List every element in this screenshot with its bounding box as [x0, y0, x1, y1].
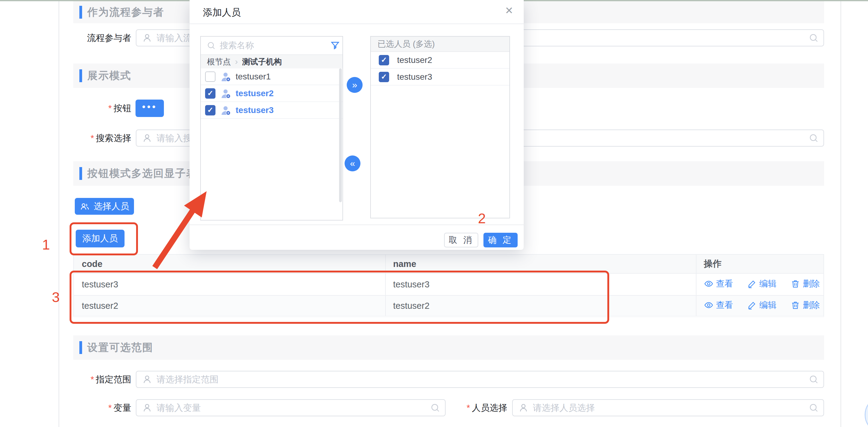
edit-link[interactable]: 编辑: [747, 278, 776, 289]
required-asterisk: *: [91, 133, 94, 143]
person-icon: [142, 133, 152, 143]
search-icon: [808, 374, 819, 385]
trash-icon: [790, 279, 800, 289]
selected-item-label: testuser3: [397, 72, 432, 82]
annotation-step-2: 2: [478, 211, 486, 225]
cell-actions: 查看 编辑 删除: [696, 299, 824, 312]
tree-search-input[interactable]: [220, 40, 330, 50]
annotation-box-add-person: [70, 222, 138, 255]
modal-header-divider: [189, 24, 524, 24]
pencil-icon: [747, 300, 757, 310]
eye-icon: [704, 300, 714, 310]
breadcrumb-leaf[interactable]: 测试子机构: [242, 57, 282, 67]
view-link[interactable]: 查看: [704, 299, 733, 311]
person-icon: [142, 33, 152, 43]
selected-item-testuser3[interactable]: testuser3: [371, 69, 509, 86]
select-person-button[interactable]: 选择人员: [75, 198, 134, 215]
checkbox[interactable]: [379, 72, 389, 82]
tree-item-testuser2[interactable]: testuser2: [201, 85, 342, 102]
ellipsis-icon: •••: [142, 102, 157, 115]
person-select-input-wrap: [512, 399, 824, 416]
checkbox[interactable]: [205, 105, 215, 115]
chevron-right-icon: ›: [235, 57, 238, 66]
selected-panel-header: 已选人员 (多选): [371, 37, 509, 52]
checkbox[interactable]: [379, 55, 389, 65]
tree-item-testuser1[interactable]: testuser1: [201, 68, 342, 85]
scrollbar[interactable]: [339, 68, 342, 202]
column-separator: [696, 296, 696, 316]
section-title: 展示模式: [87, 69, 131, 83]
double-chevron-left-icon: «: [350, 158, 355, 169]
user-badge-icon: [220, 105, 231, 116]
add-person-modal: 添加人员 ✕ 根节点 › 测试子机构: [189, 0, 524, 250]
required-asterisk: *: [108, 103, 112, 113]
delete-link[interactable]: 删除: [790, 299, 820, 311]
column-separator: [696, 274, 696, 295]
section-accent-bar: [79, 167, 82, 180]
selected-item-testuser2[interactable]: testuser2: [371, 52, 509, 69]
annotation-step-1: 1: [42, 238, 50, 252]
breadcrumb-root[interactable]: 根节点: [207, 57, 231, 67]
close-icon[interactable]: ✕: [505, 5, 513, 16]
person-select-label: *人员选择: [422, 399, 507, 416]
section-accent-bar: [79, 69, 82, 82]
tree-item-testuser3[interactable]: testuser3: [201, 102, 342, 119]
user-badge-icon: [220, 88, 231, 99]
breadcrumb: 根节点 › 测试子机构: [201, 55, 342, 68]
button-mode-trigger-button[interactable]: •••: [135, 99, 164, 117]
column-separator: [385, 255, 386, 273]
transfer-right-button[interactable]: »: [347, 77, 363, 93]
section-title: 设置可选范围: [87, 341, 153, 354]
left-page-border: [59, 1, 59, 427]
process-participant-label: 流程参与者: [46, 29, 131, 47]
selected-item-label: testuser2: [397, 55, 432, 65]
column-separator: [696, 255, 696, 273]
tree-item-label: testuser1: [236, 72, 271, 82]
cancel-button[interactable]: 取 消: [444, 233, 478, 248]
person-select-input[interactable]: [533, 403, 806, 413]
variable-input[interactable]: [157, 403, 428, 413]
search-icon: [206, 40, 216, 50]
trash-icon: [790, 300, 800, 310]
tree-item-label: testuser2: [236, 89, 274, 98]
person-icon: [142, 374, 152, 385]
search-icon: [808, 402, 819, 413]
annotation-step-3: 3: [52, 290, 60, 304]
delete-link[interactable]: 删除: [790, 278, 820, 289]
selected-panel: 已选人员 (多选) testuser2 testuser3: [370, 36, 510, 218]
variable-label: *变量: [46, 399, 131, 416]
eye-icon: [704, 279, 714, 289]
specified-range-label: *指定范围: [46, 371, 131, 388]
search-icon: [808, 32, 819, 44]
search-select-label: *搜索选择: [46, 130, 131, 147]
variable-input-wrap: [136, 399, 445, 416]
checkbox[interactable]: [205, 72, 215, 82]
section-accent-bar: [79, 6, 82, 19]
confirm-button[interactable]: 确 定: [484, 233, 518, 248]
filter-icon[interactable]: [330, 40, 340, 51]
edit-link[interactable]: 编辑: [747, 299, 776, 311]
column-header-name: name: [385, 259, 696, 269]
section-title: 作为流程参与者: [87, 5, 164, 19]
pencil-icon: [747, 279, 757, 289]
search-icon: [808, 133, 819, 144]
floating-helper-button[interactable]: [865, 396, 868, 427]
right-page-border: [840, 1, 841, 427]
section-accent-bar: [79, 341, 82, 354]
specified-range-input[interactable]: [157, 374, 806, 385]
button-field-label: *按钮: [46, 99, 131, 117]
people-icon: [80, 201, 90, 212]
transfer-left-button[interactable]: «: [345, 155, 361, 171]
view-link[interactable]: 查看: [704, 278, 733, 289]
tree-search-bar: [201, 37, 342, 55]
tree-item-label: testuser3: [236, 105, 274, 115]
page: 作为流程参与者 流程参与者 展示模式 *按钮 ••• *搜索选择: [0, 0, 868, 427]
annotation-box-table-rows: [70, 271, 609, 324]
modal-footer-divider: [189, 225, 524, 225]
section-header-range: 设置可选范围: [73, 335, 824, 360]
checkbox[interactable]: [205, 88, 215, 99]
person-icon: [142, 403, 152, 413]
double-chevron-right-icon: »: [352, 80, 358, 90]
cell-actions: 查看 编辑 删除: [696, 278, 824, 291]
column-header-actions: 操作: [696, 258, 824, 270]
